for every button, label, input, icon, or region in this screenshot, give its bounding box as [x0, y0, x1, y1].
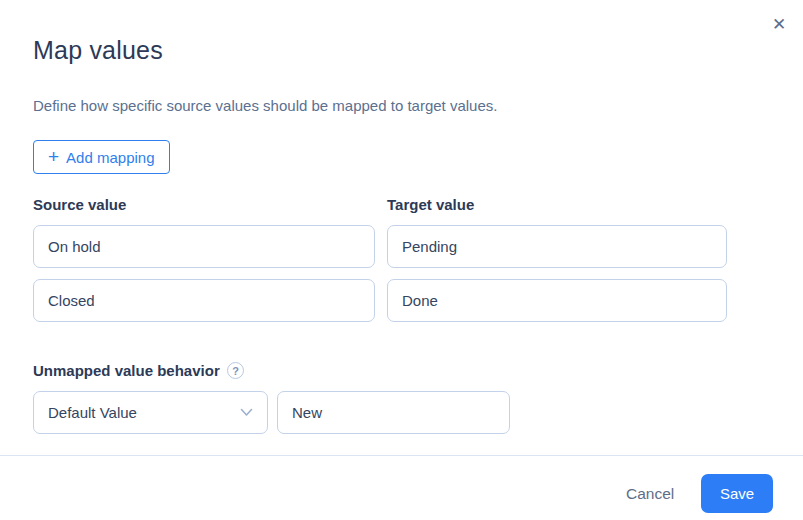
target-value-input-2[interactable]	[387, 279, 727, 322]
target-value-column-label: Target value	[387, 196, 474, 213]
source-value-input-2[interactable]	[33, 279, 375, 322]
save-button[interactable]: Save	[701, 474, 773, 513]
target-value-input-1[interactable]	[387, 225, 727, 268]
source-value-input-1[interactable]	[33, 225, 375, 268]
help-icon[interactable]: ?	[227, 362, 244, 379]
default-value-input[interactable]	[277, 391, 510, 434]
dialog-title: Map values	[33, 36, 163, 65]
source-value-column-label: Source value	[33, 196, 126, 213]
map-values-dialog: ✕ Map values Define how specific source …	[0, 0, 803, 520]
close-icon[interactable]: ✕	[766, 13, 792, 37]
dialog-description: Define how specific source values should…	[33, 97, 497, 114]
footer-divider	[0, 455, 803, 456]
add-mapping-label: Add mapping	[66, 149, 154, 166]
chevron-down-icon	[240, 408, 253, 417]
unmapped-behavior-dropdown[interactable]: Default Value	[33, 391, 268, 434]
unmapped-value-behavior-label: Unmapped value behavior	[33, 362, 220, 379]
cancel-button[interactable]: Cancel	[614, 481, 686, 507]
unmapped-behavior-selected-value: Default Value	[48, 404, 137, 421]
add-mapping-button[interactable]: + Add mapping	[33, 140, 170, 174]
plus-icon: +	[48, 147, 59, 166]
